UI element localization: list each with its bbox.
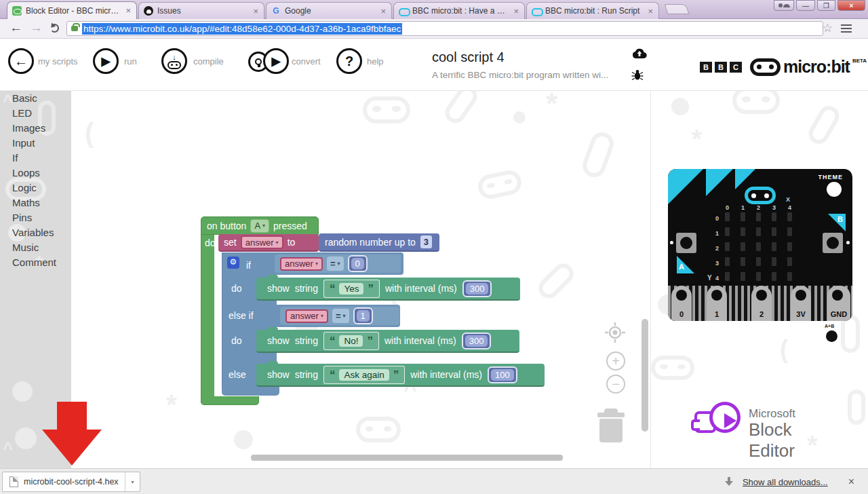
close-window-button[interactable]: × [837,0,865,11]
interval-input[interactable]: 100 [488,366,517,383]
operator-dropdown[interactable]: =▾ [332,309,349,323]
trash-icon[interactable] [595,408,627,442]
reload-icon[interactable] [50,24,59,33]
downloaded-file-chip[interactable]: microbit-cool-script-4.hex ▾ [2,472,140,492]
address-bar[interactable]: https://www.microbit.co.uk/app/#edit:48d… [66,21,823,36]
tab-block-editor[interactable]: Block Editor - BBC micro:b × [7,1,137,19]
sidebar-item-input[interactable]: Input [0,136,71,151]
block-random-number[interactable]: random number up to 3 [319,233,439,252]
tab-microbit-run-script[interactable]: BBC micro:bit : Run Script × [526,2,659,19]
sidebar-item-if[interactable]: If [0,151,71,166]
block-set-variable[interactable]: set answer▾ to [218,234,319,252]
bookmark-star-icon[interactable]: ☆ [823,21,833,35]
sidebar-item-images[interactable]: Images [0,121,71,136]
block-show-string[interactable]: show string “ Ask again ” with interval … [256,364,545,387]
browser-menu-icon[interactable] [841,24,852,33]
row-label: 2 [715,245,719,252]
a-plus-b-button[interactable] [826,330,837,342]
tab-close-icon[interactable]: × [252,7,259,16]
sidebar-item-basic[interactable]: Basic [0,91,71,106]
horizontal-scrollbar[interactable] [251,455,563,461]
block-text: show [267,335,290,346]
forward-icon[interactable]: → [30,20,43,35]
variable-dropdown[interactable]: answer▾ [285,309,328,323]
block-on-button-bottom[interactable] [201,396,259,405]
bbc-letter: B [700,62,712,73]
button-b[interactable] [823,233,843,253]
interval-input[interactable]: 300 [462,332,492,349]
sidebar-item-pins[interactable]: Pins [0,210,71,225]
bug-icon[interactable] [631,69,644,81]
compile-label[interactable]: compile [193,56,224,66]
sidebar-item-loops[interactable]: Loops [0,166,71,180]
random-max-input[interactable]: 3 [420,235,432,248]
my-scripts-label[interactable]: my scripts [38,56,78,66]
profile-icon[interactable] [774,0,794,11]
script-title[interactable]: cool script 4 [432,50,505,65]
show-all-downloads-link[interactable]: Show all downloads... [743,477,828,487]
variable-dropdown[interactable]: answer▾ [280,257,323,271]
sidebar-item-led[interactable]: LED [0,106,71,121]
sidebar-item-comment[interactable]: Comment [0,255,71,270]
run-label[interactable]: run [124,56,137,66]
pin-gnd[interactable]: GND [827,286,850,321]
row-label: 1 [715,230,719,237]
new-tab-button[interactable] [665,4,690,14]
block-on-button-pressed[interactable]: on button A▾ pressed [201,216,319,235]
number-input[interactable]: 0 [348,255,368,272]
tab-close-icon[interactable]: × [647,7,654,16]
number-input[interactable]: 1 [353,307,373,324]
my-scripts-button[interactable]: ← [8,48,34,74]
sidebar-item-music[interactable]: Music [0,240,71,255]
block-if-bottom[interactable] [222,387,279,396]
tab-microbit-question[interactable]: BBC micro:bit : Have a que × [393,2,525,19]
sidebar-item-variables[interactable]: Variables [0,225,71,240]
variable-dropdown[interactable]: answer▾ [241,235,283,249]
tab-issues[interactable]: Issues × [138,2,264,19]
pin-2[interactable]: 2 [751,286,772,321]
string-input[interactable]: “ Yes ” [323,280,380,298]
string-input[interactable]: “ Ask again ” [323,366,405,384]
block-workspace[interactable]: * ( ) * ^ on button A▾ pressed do set [71,91,651,468]
pin-0[interactable]: 0 [671,286,692,321]
block-show-string[interactable]: show string “ Yes ” with interval (ms) 3… [256,278,520,301]
theme-button[interactable] [827,182,842,197]
pin-3v[interactable]: 3V [791,286,811,321]
microbit-logo-touch[interactable] [745,187,776,204]
zoom-reset-icon[interactable] [604,322,626,343]
convert-button[interactable]: ▶ [263,48,289,74]
convert-label[interactable]: convert [292,56,321,66]
pin-1[interactable]: 1 [707,286,727,321]
button-a[interactable] [676,233,696,253]
minimize-button[interactable]: — [796,0,815,11]
file-options-caret-icon[interactable]: ▾ [125,472,140,491]
back-icon[interactable]: ← [9,20,22,35]
tab-google[interactable]: G Google × [266,2,392,19]
string-input[interactable]: “ No! ” [323,332,379,350]
block-on-button-body[interactable] [201,234,214,400]
block-comparison[interactable]: answer▾ =▾ 1 [280,307,399,325]
vertical-scrollbar[interactable] [642,319,648,432]
zoom-in-button[interactable]: + [606,352,625,370]
button-dropdown[interactable]: A▾ [250,219,269,233]
url-text-selected[interactable]: https://www.microbit.co.uk/app/#edit:48d… [82,23,402,35]
compile-button[interactable]: ↓ [161,48,187,74]
block-show-string[interactable]: show string “ No! ” with interval (ms) 3… [256,330,519,353]
help-label[interactable]: help [367,56,384,66]
tab-close-icon[interactable]: × [513,7,519,16]
operator-dropdown[interactable]: =▾ [327,256,344,271]
zoom-out-button[interactable]: − [606,375,625,394]
block-text: show [267,369,290,380]
interval-input[interactable]: 300 [462,280,492,297]
help-button[interactable]: ? [336,48,362,74]
gear-icon[interactable]: ⚙ [227,256,239,269]
block-comparison[interactable]: answer▾ =▾ 0 [275,254,401,273]
run-button[interactable]: ▶ [93,48,119,74]
tab-close-icon[interactable]: × [125,6,132,15]
sidebar-item-maths[interactable]: Maths [0,195,71,210]
maximize-button[interactable]: ❒ [817,0,835,11]
sidebar-item-logic[interactable]: Logic [0,180,71,195]
tab-close-icon[interactable]: × [380,7,387,16]
cloud-upload-icon[interactable] [632,48,647,59]
close-download-bar-icon[interactable]: × [848,476,854,488]
